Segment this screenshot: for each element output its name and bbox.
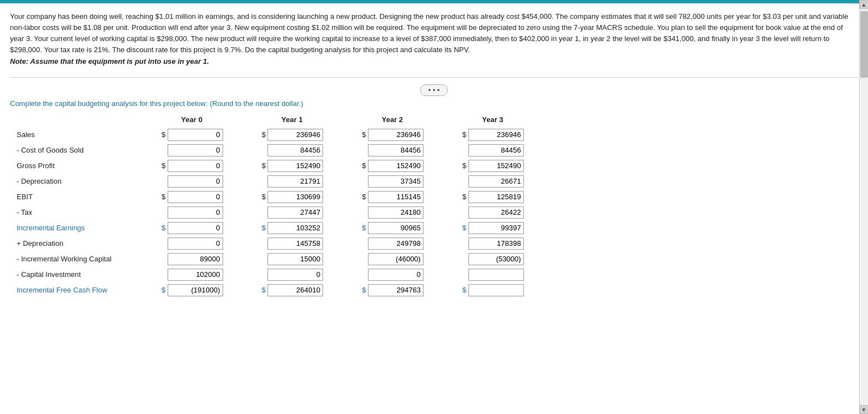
cell-tax-year3[interactable]: $ (442, 205, 543, 220)
input-incremental-fcf-year1[interactable] (268, 284, 323, 296)
scrollbar[interactable]: ▲ ▼ (859, 0, 868, 414)
input-cogs-year3[interactable] (468, 144, 524, 156)
cell-gross-profit-year0[interactable]: $ (142, 158, 242, 174)
input-ebit-year0[interactable] (168, 191, 223, 203)
input-gross-profit-year3[interactable] (468, 160, 524, 172)
cell-sales-year3[interactable]: $ (442, 127, 543, 143)
cell-cogs-year0[interactable]: $ (142, 143, 242, 158)
cell-sales-year2[interactable]: $ (342, 127, 443, 143)
scroll-thumb[interactable] (860, 11, 868, 78)
input-capital-investment-year3[interactable] (468, 269, 524, 281)
cell-capital-investment-year0[interactable]: $ (142, 267, 242, 282)
cell-depreciation-year3[interactable]: $ (442, 174, 543, 189)
input-depreciation-year3[interactable] (468, 175, 524, 188)
cell-cogs-year3[interactable]: $ (442, 143, 543, 158)
input-incremental-earnings-year3[interactable] (468, 222, 524, 234)
cell-ebit-year3[interactable]: $ (442, 189, 543, 205)
cell-ebit-year0[interactable]: $ (142, 189, 242, 205)
ellipsis-button[interactable]: • • • (420, 84, 448, 96)
input-ebit-year1[interactable] (268, 191, 323, 203)
cell-sales-year1[interactable]: $ (242, 127, 342, 143)
dollar-sign-incremental-earnings-year3: $ (462, 224, 467, 232)
input-incremental-earnings-year1[interactable] (268, 222, 323, 234)
dollar-sign-sales-year0: $ (161, 130, 166, 139)
scroll-down-arrow[interactable]: ▼ (860, 405, 869, 414)
cell-gross-profit-year2[interactable]: $ (342, 158, 443, 174)
input-incremental-fcf-year0[interactable] (168, 284, 223, 296)
cell-incremental-fcf-year3[interactable]: $ (442, 282, 543, 298)
input-gross-profit-year2[interactable] (368, 160, 423, 172)
cell-tax-year0[interactable]: $ (142, 205, 242, 220)
cell-plus-depreciation-year1[interactable]: $ (242, 236, 342, 251)
cell-incremental-earnings-year3[interactable]: $ (442, 220, 543, 236)
cell-capital-investment-year2[interactable]: $ (342, 267, 443, 282)
cell-incremental-fcf-year2[interactable]: $ (342, 282, 443, 298)
cell-depreciation-year1[interactable]: $ (242, 174, 342, 189)
cell-sales-year0[interactable]: $ (142, 127, 242, 143)
input-plus-depreciation-year0[interactable] (168, 238, 223, 250)
cell-plus-depreciation-year2[interactable]: $ (342, 236, 443, 251)
table-row-tax: - Tax$$$$ (16, 205, 543, 220)
input-tax-year1[interactable] (268, 206, 323, 219)
input-depreciation-year2[interactable] (368, 175, 423, 188)
input-sales-year3[interactable] (468, 129, 524, 141)
cell-incremental-earnings-year0[interactable]: $ (142, 220, 242, 236)
cell-cogs-year2[interactable]: $ (342, 143, 443, 158)
cell-ebit-year1[interactable]: $ (242, 189, 342, 205)
input-gross-profit-year1[interactable] (268, 160, 323, 172)
input-tax-year3[interactable] (468, 206, 524, 219)
input-tax-year0[interactable] (168, 206, 223, 219)
dollar-sign-incremental-earnings-year2: $ (361, 224, 367, 232)
cell-incremental-fcf-year0[interactable]: $ (142, 282, 242, 298)
input-ebit-year2[interactable] (368, 191, 423, 203)
input-cogs-year0[interactable] (168, 144, 223, 156)
input-capital-investment-year0[interactable] (168, 269, 223, 281)
cell-incremental-wc-year1[interactable]: $ (242, 251, 342, 267)
table-row-capital-investment: - Capital Investment$$$$ (16, 267, 543, 282)
input-ebit-year3[interactable] (468, 191, 524, 203)
cell-incremental-earnings-year2[interactable]: $ (342, 220, 443, 236)
cell-tax-year1[interactable]: $ (242, 205, 342, 220)
input-incremental-fcf-year3[interactable] (468, 284, 524, 296)
cell-plus-depreciation-year0[interactable]: $ (142, 236, 242, 251)
input-capital-investment-year2[interactable] (368, 269, 423, 281)
input-incremental-wc-year3[interactable] (468, 253, 524, 265)
cell-incremental-fcf-year1[interactable]: $ (242, 282, 342, 298)
cell-depreciation-year2[interactable]: $ (342, 174, 443, 189)
input-incremental-wc-year2[interactable] (368, 253, 423, 265)
cell-incremental-wc-year2[interactable]: $ (342, 251, 443, 267)
input-sales-year0[interactable] (168, 129, 223, 141)
input-plus-depreciation-year1[interactable] (268, 238, 323, 250)
input-incremental-earnings-year2[interactable] (368, 222, 423, 234)
input-depreciation-year1[interactable] (268, 175, 323, 188)
input-sales-year2[interactable] (368, 129, 423, 141)
input-plus-depreciation-year3[interactable] (468, 238, 524, 250)
cell-incremental-wc-year0[interactable]: $ (142, 251, 242, 267)
col-header-year3: Year 3 (442, 113, 543, 127)
input-tax-year2[interactable] (368, 206, 423, 219)
input-sales-year1[interactable] (268, 129, 323, 141)
input-plus-depreciation-year2[interactable] (368, 238, 423, 250)
cell-tax-year2[interactable]: $ (342, 205, 443, 220)
cell-capital-investment-year1[interactable]: $ (242, 267, 342, 282)
input-incremental-wc-year1[interactable] (268, 253, 323, 265)
cell-gross-profit-year3[interactable]: $ (442, 158, 543, 174)
input-depreciation-year0[interactable] (168, 175, 223, 188)
cell-plus-depreciation-year3[interactable]: $ (442, 236, 543, 251)
cell-capital-investment-year3[interactable]: $ (442, 267, 543, 282)
input-incremental-earnings-year0[interactable] (168, 222, 223, 234)
input-cogs-year1[interactable] (268, 144, 323, 156)
input-incremental-wc-year0[interactable] (168, 253, 223, 265)
input-incremental-fcf-year2[interactable] (368, 284, 423, 296)
cell-incremental-wc-year3[interactable]: $ (442, 251, 543, 267)
scroll-up-arrow[interactable]: ▲ (860, 0, 869, 9)
cell-cogs-year1[interactable]: $ (242, 143, 342, 158)
label-ebit: EBIT (16, 189, 142, 205)
input-capital-investment-year1[interactable] (268, 269, 323, 281)
input-cogs-year2[interactable] (368, 144, 423, 156)
cell-incremental-earnings-year1[interactable]: $ (242, 220, 342, 236)
cell-ebit-year2[interactable]: $ (342, 189, 443, 205)
input-gross-profit-year0[interactable] (168, 160, 223, 172)
cell-depreciation-year0[interactable]: $ (142, 174, 242, 189)
cell-gross-profit-year1[interactable]: $ (242, 158, 342, 174)
